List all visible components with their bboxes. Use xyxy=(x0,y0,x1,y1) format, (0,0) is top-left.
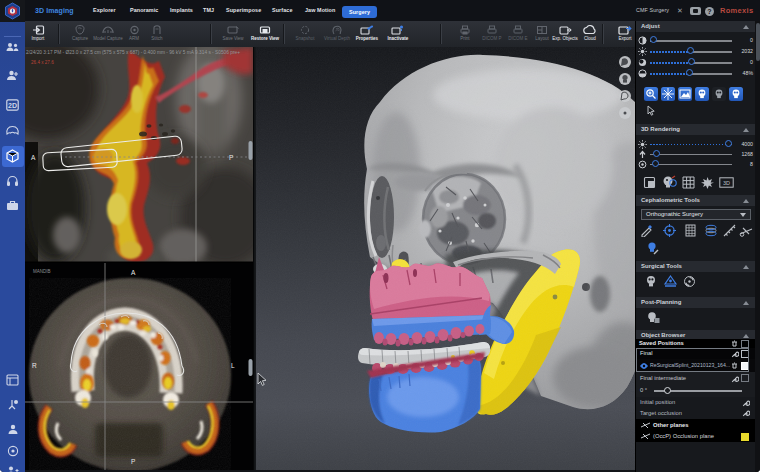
svg-text:2/24/20 3:17 PM - Ø23.0 x 27.5: 2/24/20 3:17 PM - Ø23.0 x 27.5 cm (575 x… xyxy=(26,50,240,55)
svg-text:MANDIB: MANDIB xyxy=(33,269,51,274)
svg-text:R: R xyxy=(32,362,37,369)
svg-text:L: L xyxy=(231,362,235,369)
svg-text:3D: 3D xyxy=(723,180,730,186)
svg-text:P: P xyxy=(229,154,233,161)
svg-text:A: A xyxy=(131,269,136,276)
svg-text:P: P xyxy=(131,458,135,465)
svg-text:26.4 x 27.6: 26.4 x 27.6 xyxy=(31,60,54,65)
svg-text:A: A xyxy=(31,154,36,161)
svg-text:2D: 2D xyxy=(8,102,17,109)
